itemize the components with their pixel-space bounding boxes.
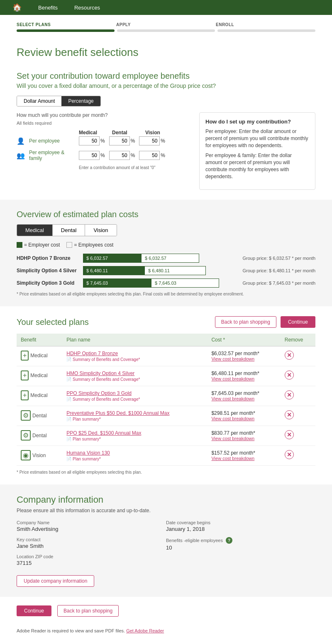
progress-bar-1 <box>17 29 115 32</box>
plan-doc-5: 📄 Plan summary* <box>66 457 203 461</box>
continue-button-bottom[interactable]: Continue <box>17 605 51 616</box>
view-cost-breakdown-4[interactable]: View cost breakdown <box>211 436 276 441</box>
update-company-button[interactable]: Update company information <box>17 575 94 587</box>
family-medical-pct: % <box>100 153 105 158</box>
tab-dental[interactable]: Dental <box>53 225 85 236</box>
plan-doc-3: 📄 Plan summary* <box>66 417 203 421</box>
bronze-plan-name: HDHP Option 7 Bronze <box>17 255 83 261</box>
gold-employer-bar: $ 7,645.03 <box>83 278 151 288</box>
plans-note: * Price estimates based on all eligible … <box>17 470 315 475</box>
cost-amount-5: $157.52 per month* <box>211 450 276 456</box>
navigation: 🏠 Benefits Resources <box>0 0 332 15</box>
monthly-label: How much will you contribute per month? <box>17 112 191 118</box>
eligible-employees-value: 10 <box>166 545 315 551</box>
plan-name-link-0[interactable]: HDHP Option 7 Bronze <box>66 351 203 356</box>
per-family-row: 👥 Per employee & family % % % <box>17 150 191 161</box>
selected-plans-title: Your selected plans <box>17 317 89 327</box>
remove-icon-5: ✕ <box>285 450 294 459</box>
family-vision-input[interactable] <box>139 151 160 160</box>
back-to-plan-shopping-button-top[interactable]: Back to plan shopping <box>215 316 276 328</box>
view-cost-breakdown-0[interactable]: View cost breakdown <box>211 356 276 361</box>
remove-button-2[interactable]: ✕ <box>285 390 294 399</box>
nav-benefits[interactable]: Benefits <box>38 5 58 11</box>
continue-button-top[interactable]: Continue <box>281 316 315 328</box>
cost-amount-4: $830.77 per month* <box>211 430 276 436</box>
toggle-percentage[interactable]: Percentage <box>61 96 100 106</box>
plan-tabs[interactable]: Medical Dental Vision <box>17 224 117 236</box>
home-icon[interactable]: 🏠 <box>12 3 22 12</box>
bronze-employee-bar: $ 6,032.57 <box>141 254 199 263</box>
company-title: Company information <box>17 494 315 505</box>
employee-vision-pct: % <box>161 138 165 144</box>
th-cost: Cost * <box>207 334 280 346</box>
th-remove: Remove <box>281 334 315 346</box>
remove-icon-2: ✕ <box>285 390 294 399</box>
view-cost-breakdown-1[interactable]: View cost breakdown <box>211 376 276 381</box>
col-dental: Dental <box>112 130 141 136</box>
employee-icon: 👤 <box>17 137 29 145</box>
back-to-shopping-button-bottom[interactable]: Back to plan shopping <box>57 605 119 617</box>
benefit-cell-3: ⚙ Dental <box>21 410 58 421</box>
employer-legend-box <box>17 242 22 248</box>
contribution-note: Enter a contribution amount of at least … <box>79 165 191 170</box>
employer-legend-label: = Employer cost <box>24 242 60 248</box>
employee-medical-pct: % <box>100 138 105 144</box>
step-apply: APPLY <box>116 22 216 27</box>
key-contact-field: Key contact Jane Smith <box>17 537 166 549</box>
view-cost-breakdown-3[interactable]: View cost breakdown <box>211 416 276 421</box>
benefit-type-1: Medical <box>30 373 47 378</box>
toggle-dollar[interactable]: Dollar Amount <box>17 96 61 106</box>
view-cost-breakdown-5[interactable]: View cost breakdown <box>211 456 276 461</box>
employee-medical-input[interactable] <box>79 136 100 145</box>
cost-amount-2: $7,645.03 per month* <box>211 390 276 396</box>
plan-row-silver: Simplicity Option 4 Silver $ 6,480.11 $ … <box>17 266 315 275</box>
key-contact-label: Key contact <box>17 537 166 542</box>
eligible-employees-info-icon[interactable]: ? <box>226 537 232 544</box>
benefit-type-5: Vision <box>32 453 46 458</box>
benefit-type-3: Dental <box>32 413 47 419</box>
progress-bar-3 <box>217 29 315 32</box>
remove-button-1[interactable]: ✕ <box>285 370 294 380</box>
family-dental-input[interactable] <box>109 151 130 160</box>
plan-name-link-5[interactable]: Humana Vision 130 <box>66 450 203 456</box>
benefit-icon-3: ⚙ <box>21 410 31 421</box>
per-employee-row: 👤 Per employee % % % <box>17 136 191 145</box>
plan-name-link-1[interactable]: HMO Simplicity Option 4 Silver <box>66 370 203 376</box>
tab-vision[interactable]: Vision <box>85 225 116 236</box>
plan-name-link-2[interactable]: PPO Simplicity Option 3 Gold <box>66 390 203 396</box>
nav-resources[interactable]: Resources <box>74 5 100 11</box>
progress-section: SELECT PLANS APPLY ENROLL <box>0 15 332 36</box>
per-family-label: Per employee & family <box>29 150 79 161</box>
table-row: + Medical PPO Simplicity Option 3 Gold 📄… <box>17 386 315 406</box>
benefit-type-0: Medical <box>30 353 47 358</box>
table-row: + Medical HMO Simplicity Option 4 Silver… <box>17 366 315 386</box>
family-icon: 👥 <box>17 152 29 160</box>
remove-button-3[interactable]: ✕ <box>285 410 294 419</box>
remove-button-4[interactable]: ✕ <box>285 430 294 439</box>
plan-name-link-4[interactable]: PPO $25 Ded. $1500 Annual Max <box>66 430 203 436</box>
overview-title: Overview of estimated plan costs <box>17 210 315 219</box>
key-contact-value: Jane Smith <box>17 543 166 549</box>
table-row: ⚙ Dental PPO $25 Ded. $1500 Annual Max 📄… <box>17 426 315 446</box>
plan-name-link-3[interactable]: Preventative Plus $50 Ded. $1000 Annual … <box>66 410 203 416</box>
plan-doc-4: 📄 Plan summary* <box>66 437 203 441</box>
adobe-note: Adobe Reader is required to view and sav… <box>0 625 332 640</box>
remove-button-5[interactable]: ✕ <box>285 450 294 459</box>
employee-vision-input[interactable] <box>139 136 160 145</box>
remove-icon-1: ✕ <box>285 370 294 380</box>
plan-doc-1: 📄 Summary of Benefits and Coverage* <box>66 377 203 382</box>
employee-dental-input[interactable] <box>109 136 130 145</box>
employee-legend-box <box>66 242 72 248</box>
zip-code-label: Location ZIP code <box>17 554 166 559</box>
benefit-type-2: Medical <box>30 392 47 398</box>
tab-medical[interactable]: Medical <box>17 225 53 236</box>
contribution-title: Set your contribution toward employee be… <box>17 71 315 81</box>
remove-button-0[interactable]: ✕ <box>285 351 294 360</box>
plan-doc-0: 📄 Summary of Benefits and Coverage* <box>66 357 203 362</box>
family-medical-input[interactable] <box>79 151 100 160</box>
benefit-icon-2: + <box>21 390 29 400</box>
contribution-toggle[interactable]: Dollar Amount Percentage <box>17 96 101 107</box>
family-vision-pct: % <box>161 153 165 158</box>
adobe-link[interactable]: Get Adobe Reader <box>126 628 164 633</box>
view-cost-breakdown-2[interactable]: View cost breakdown <box>211 396 276 401</box>
